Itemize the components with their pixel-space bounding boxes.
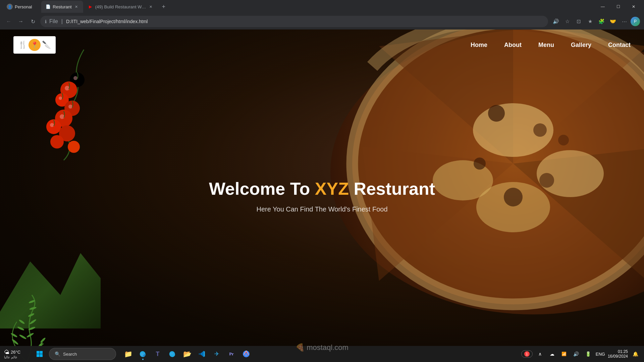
profile-tab[interactable]: 👤 Personal: [3, 2, 36, 12]
svg-point-21: [19, 334, 27, 340]
svg-point-7: [50, 135, 64, 148]
taskbar-app-edge2[interactable]: [166, 347, 179, 361]
taskbar-app-telegram[interactable]: ✈: [210, 347, 223, 361]
hero-background: 🍴 📍 🔪 Home About Menu Gallery Contact We…: [0, 29, 644, 362]
split-screen-icon[interactable]: ⊡: [574, 16, 584, 26]
weather-temperature: 26°C: [11, 350, 20, 355]
tab-favicon-resturant: 📄: [45, 4, 51, 9]
svg-point-48: [245, 353, 248, 355]
nav-gallery[interactable]: Gallery: [571, 42, 591, 49]
close-button[interactable]: ✕: [626, 0, 641, 13]
svg-point-23: [18, 319, 25, 324]
language-indicator[interactable]: ENG: [596, 352, 605, 357]
vine-svg: [34, 46, 134, 164]
tab-close-youtube[interactable]: ✕: [148, 4, 154, 9]
tab-favicon-youtube: ▶: [88, 4, 93, 9]
url-bar[interactable]: ℹ File | D:/ITI_web/FinalProject/html/in…: [40, 16, 548, 27]
tray-up-arrow[interactable]: ∧: [535, 349, 545, 359]
maximize-button[interactable]: ☐: [610, 0, 626, 13]
refresh-button[interactable]: ↻: [28, 17, 38, 26]
url-separator: |: [61, 18, 63, 24]
battery-icon[interactable]: 🔋: [584, 349, 593, 359]
notification-badge: 1: [524, 351, 530, 357]
watermark: 🍕 mostaql.com: [296, 343, 348, 352]
tab-youtube[interactable]: ▶ (49) Build Restaurant Website Us... ✕: [84, 1, 158, 13]
toolbar-icons: 🔊 ☆ ⊡ ★ 🧩 🤝 ⋯ P: [551, 16, 640, 26]
folder-icon: 📂: [183, 350, 192, 358]
teams-icon: T: [156, 351, 160, 358]
svg-point-9: [73, 76, 77, 80]
svg-point-11: [59, 97, 62, 100]
favorites-icon[interactable]: ☆: [562, 16, 572, 26]
tomato-cluster: [34, 46, 134, 164]
svg-point-12: [68, 105, 72, 109]
pinned-icon[interactable]: ★: [585, 16, 595, 26]
svg-point-22: [17, 326, 24, 331]
svg-point-24: [11, 339, 19, 345]
taskbar-app-folder[interactable]: 📂: [180, 347, 194, 361]
fork-icon: 🍴: [18, 41, 27, 49]
hero-title-suffix: Resturant: [349, 179, 435, 198]
taskbar-app-edge[interactable]: [136, 347, 150, 361]
profile-avatar[interactable]: P: [631, 17, 640, 26]
tab-group: 📄 Resturant ✕ ▶ (49) Build Restaurant We…: [41, 0, 157, 13]
search-label: Search: [63, 352, 77, 357]
svg-point-10: [65, 86, 69, 90]
edge-icon: [139, 350, 147, 358]
clock[interactable]: 01:25 16/09/2024: [608, 349, 628, 359]
profile-label: Personal: [15, 4, 32, 9]
copilot-icon[interactable]: 🤝: [608, 16, 618, 26]
url-path: D:/ITI_web/FinalProject/html/index.html: [66, 19, 148, 24]
forward-button[interactable]: →: [16, 17, 25, 26]
apps-overflow[interactable]: 1: [521, 350, 533, 358]
weather-widget[interactable]: 🌤 26°C عالم عالیا: [4, 349, 28, 359]
new-tab-button[interactable]: +: [159, 2, 168, 11]
svg-point-36: [474, 158, 486, 170]
knife-icon: 🔪: [42, 41, 51, 49]
taskbar-app-chrome[interactable]: [239, 347, 253, 361]
svg-point-14: [50, 123, 54, 127]
minimize-button[interactable]: —: [595, 0, 610, 13]
info-icon: ℹ: [45, 19, 47, 24]
taskbar-app-premiere[interactable]: Pr: [225, 347, 238, 361]
svg-point-34: [488, 105, 505, 122]
read-aloud-icon[interactable]: 🔊: [551, 16, 561, 26]
svg-point-5: [46, 119, 61, 134]
watermark-text: 🍕 mostaql.com: [296, 343, 348, 352]
svg-point-25: [10, 333, 18, 338]
nav-menu[interactable]: Menu: [538, 42, 554, 49]
extensions-icon[interactable]: 🧩: [596, 16, 606, 26]
nav-contact[interactable]: Contact: [608, 42, 631, 49]
wifi-icon[interactable]: 📶: [559, 349, 569, 359]
svg-point-13: [60, 114, 64, 119]
taskbar-app-teams[interactable]: T: [151, 347, 164, 361]
menu-icon[interactable]: ⋯: [619, 16, 629, 26]
back-button[interactable]: ←: [4, 17, 13, 26]
taskbar-app-vscode[interactable]: [195, 347, 209, 361]
taskbar-apps: 📁 T 📂 ✈: [121, 347, 253, 361]
svg-point-8: [68, 141, 80, 153]
hero-text-container: Welcome To XYZ Resturant Here You Can Fi…: [209, 179, 435, 213]
window-controls: — ☐ ✕: [595, 0, 641, 13]
tab-resturant[interactable]: 📄 Resturant ✕: [41, 1, 83, 13]
notification-icon[interactable]: 🔔: [631, 349, 640, 359]
weather-description: عالم عالیا: [4, 355, 17, 359]
file-explorer-icon: 📁: [124, 350, 132, 358]
nav-about[interactable]: About: [504, 42, 522, 49]
taskbar-search[interactable]: 🔍 Search: [49, 348, 116, 360]
svg-point-38: [504, 188, 523, 206]
search-icon: 🔍: [55, 351, 60, 357]
nav-links: Home About Menu Gallery Contact: [471, 42, 631, 49]
chrome-icon: [243, 350, 250, 358]
time-display: 01:25: [618, 349, 628, 354]
logo[interactable]: 🍴 📍 🔪: [13, 36, 56, 54]
volume-icon[interactable]: 🔊: [572, 349, 581, 359]
pizza-svg: [278, 29, 644, 314]
nav-home[interactable]: Home: [471, 42, 487, 49]
network-icon[interactable]: ☁: [547, 349, 557, 359]
taskbar-app-file-explorer[interactable]: 📁: [121, 347, 135, 361]
tab-close-resturant[interactable]: ✕: [74, 4, 79, 9]
navbar: 🍴 📍 🔪 Home About Menu Gallery Contact: [0, 29, 644, 60]
svg-rect-40: [37, 351, 40, 354]
start-button[interactable]: [33, 347, 46, 361]
